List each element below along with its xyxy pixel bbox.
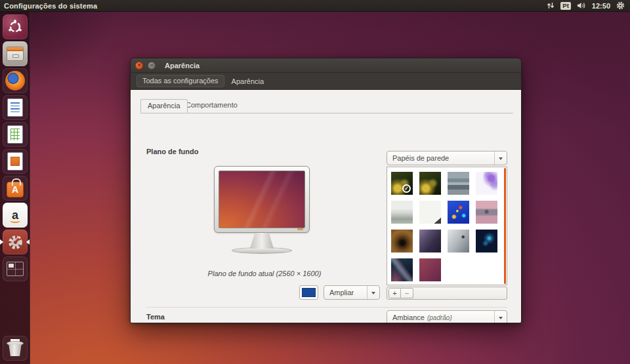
theme-dropdown[interactable]: Ambiance (padrão) xyxy=(387,310,507,323)
scale-mode-dropdown[interactable]: Ampliar xyxy=(324,285,380,300)
volume-icon[interactable] xyxy=(577,2,586,9)
network-icon[interactable] xyxy=(547,2,555,9)
impress-presentation-icon xyxy=(7,152,23,171)
clock[interactable]: 12:50 xyxy=(592,2,610,10)
wallpaper-scrollbar[interactable] xyxy=(504,168,506,284)
keyboard-layout-indicator[interactable]: Pt xyxy=(560,2,571,10)
monitor-screen-wallpaper xyxy=(219,171,305,228)
launcher-item-libreoffice-calc[interactable] xyxy=(3,122,28,147)
launcher-item-libreoffice-impress[interactable] xyxy=(3,149,28,174)
trash-icon xyxy=(6,339,24,357)
calc-spreadsheet-icon xyxy=(7,125,23,144)
tab-aparencia[interactable]: Aparência xyxy=(140,99,188,113)
focused-indicator-arrow xyxy=(24,239,30,245)
chevron-down-icon xyxy=(494,311,507,323)
tab-comportamento[interactable]: Comportamento xyxy=(179,99,244,113)
launcher-item-libreoffice-writer[interactable] xyxy=(3,95,28,120)
wallpaper-thumb-milky-way[interactable] xyxy=(391,258,413,281)
wallpaper-thumb-blue-splash[interactable] xyxy=(476,230,497,253)
theme-value: Ambiance xyxy=(387,313,425,321)
panel-app-title: Configurações do sistema xyxy=(4,2,97,10)
monitor-bezel xyxy=(214,166,310,233)
notebook-divider xyxy=(140,113,513,113)
wallpaper-thumb-mushrooms[interactable]: ✓ xyxy=(391,172,413,195)
background-preview-monitor xyxy=(214,166,310,254)
file-cabinet-icon xyxy=(7,47,24,61)
window-content: Aparência Comportamento Plano de fundo P… xyxy=(131,90,521,323)
desktop: Configurações do sistema Pt 12:50 xyxy=(0,0,630,364)
scale-mode-value: Ampliar xyxy=(324,289,354,296)
window-title: Aparência xyxy=(165,62,200,70)
breadcrumb-current: Aparência xyxy=(232,77,264,85)
wallpaper-thumb-purple-dusk[interactable] xyxy=(419,230,441,253)
launcher-item-software-center[interactable]: A xyxy=(3,176,28,201)
minimize-button[interactable]: − xyxy=(148,62,156,70)
all-settings-button[interactable]: Todas as configurações xyxy=(136,75,224,87)
monitor-stand xyxy=(250,233,274,249)
window-toolbar: Todas as configurações Aparência xyxy=(131,73,521,90)
wallpaper-panel: ✓ xyxy=(387,167,507,285)
launcher-item-firefox[interactable] xyxy=(3,68,28,93)
launcher-item-trash[interactable] xyxy=(3,336,28,361)
background-section-label: Plano de fundo xyxy=(146,148,198,155)
chevron-down-icon xyxy=(367,286,379,299)
writer-document-icon xyxy=(7,98,23,117)
theme-default-suffix: (padrão) xyxy=(427,314,452,321)
unity-launcher: A a xyxy=(0,12,30,364)
add-wallpaper-button[interactable]: + xyxy=(388,288,401,298)
session-gear-icon[interactable] xyxy=(616,1,625,10)
theme-section-label: Tema xyxy=(146,313,165,321)
launcher-item-workspace-switcher[interactable] xyxy=(3,256,28,281)
current-background-caption: Plano de fundo atual (2560 × 1600) xyxy=(146,270,383,277)
background-color-button[interactable] xyxy=(299,285,318,300)
chevron-down-icon xyxy=(494,152,507,165)
wallpaper-thumb-fog[interactable] xyxy=(391,201,413,224)
wallpaper-thumb-mushrooms-2[interactable] xyxy=(419,172,441,195)
selected-check-icon: ✓ xyxy=(402,184,411,193)
wallpaper-thumb-pink-gears[interactable] xyxy=(476,201,497,224)
launcher-item-amazon[interactable]: a xyxy=(3,203,28,228)
wallpaper-thumb-sand-vortex[interactable] xyxy=(391,230,413,253)
wallpaper-actions-strip: + − xyxy=(387,287,507,300)
launcher-item-dash-home[interactable] xyxy=(3,14,28,39)
close-button[interactable]: × xyxy=(135,62,143,70)
wallpaper-grid: ✓ xyxy=(387,167,507,286)
wallpaper-source-dropdown[interactable]: Papéis de parede xyxy=(387,151,507,165)
appearance-window: × − Aparência Todas as configurações Apa… xyxy=(130,58,522,323)
workspace-grid-icon xyxy=(7,262,24,276)
firefox-icon xyxy=(5,71,25,91)
wallpaper-source-value: Papéis de parede xyxy=(387,154,449,162)
remove-wallpaper-button[interactable]: − xyxy=(401,288,413,298)
top-panel: Configurações do sistema Pt 12:50 xyxy=(0,0,630,12)
launcher-item-files[interactable] xyxy=(3,41,28,66)
software-center-bag-icon: A xyxy=(7,182,24,197)
running-indicator-arrow xyxy=(0,239,6,245)
wallpaper-thumb-bird-sky[interactable] xyxy=(448,230,469,253)
monitor-led xyxy=(297,228,303,230)
window-titlebar[interactable]: × − Aparência xyxy=(131,58,521,73)
wallpaper-thumb-blue-fish[interactable] xyxy=(448,201,469,224)
wallpaper-thumb-stormy-beach[interactable] xyxy=(448,172,469,195)
wallpaper-thumb-purple-flowers[interactable] xyxy=(476,172,497,195)
wallpaper-thumb-maroon-gradient[interactable] xyxy=(419,258,441,281)
background-color-swatch-fill xyxy=(302,288,316,297)
wallpaper-thumb-white-minimal[interactable] xyxy=(419,201,441,224)
ubuntu-logo-icon xyxy=(7,18,24,35)
system-tray: Pt 12:50 xyxy=(547,1,630,10)
amazon-smile-icon xyxy=(10,218,20,223)
settings-gear-wrench-icon xyxy=(7,233,24,251)
section-divider xyxy=(146,307,507,308)
